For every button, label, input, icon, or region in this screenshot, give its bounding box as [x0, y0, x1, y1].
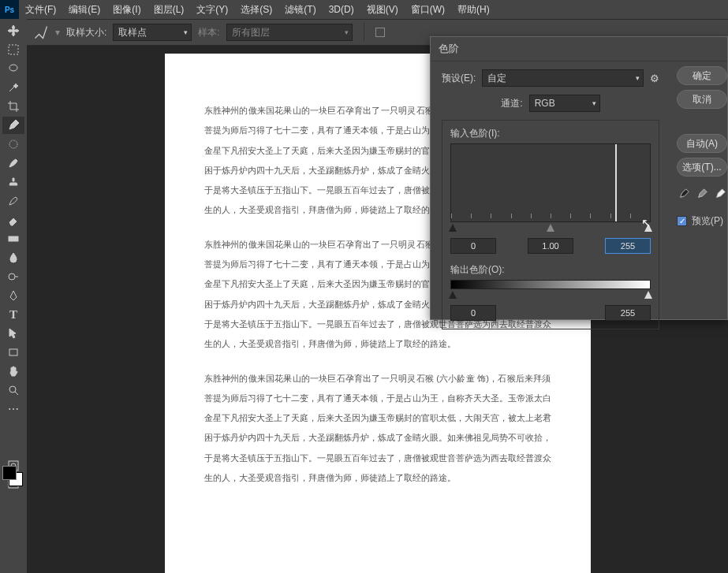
menu-image[interactable]: 图像(I) [106, 3, 147, 17]
path-select-tool-icon[interactable] [2, 325, 24, 342]
sample-label: 样本: [198, 26, 219, 39]
menu-window[interactable]: 窗口(W) [405, 3, 451, 17]
preset-label: 预设(E): [442, 72, 476, 85]
crop-tool-icon[interactable] [2, 98, 24, 115]
input-slider[interactable] [450, 224, 651, 233]
histogram [450, 143, 651, 222]
menu-type[interactable]: 文字(Y) [190, 3, 234, 17]
hand-tool-icon[interactable] [2, 363, 24, 380]
input-white-field[interactable] [605, 238, 651, 254]
output-black-field[interactable] [450, 305, 496, 321]
move-tool-icon[interactable] [2, 22, 24, 39]
menu-edit[interactable]: 编辑(E) [62, 3, 106, 17]
menu-help[interactable]: 帮助(H) [451, 3, 496, 17]
auto-button[interactable]: 自动(A) [677, 134, 727, 153]
input-black-field[interactable] [450, 238, 496, 254]
svg-point-6 [9, 386, 16, 393]
menu-layer[interactable]: 图层(L) [147, 3, 191, 17]
eyedropper-black-icon[interactable] [677, 186, 692, 202]
menu-view[interactable]: 视图(V) [360, 3, 405, 17]
menu-select[interactable]: 选择(S) [234, 3, 278, 17]
lasso-tool-icon[interactable] [2, 60, 24, 77]
history-brush-tool-icon[interactable] [2, 192, 24, 210]
preview-checkbox[interactable]: ✓ [677, 216, 687, 226]
menubar: Ps 文件(F) 编辑(E) 图像(I) 图层(L) 文字(Y) 选择(S) 滤… [0, 0, 728, 19]
svg-rect-5 [9, 349, 17, 355]
color-swatch[interactable] [2, 466, 23, 486]
pen-tool-icon[interactable] [2, 287, 24, 304]
white-point-handle[interactable] [644, 224, 652, 232]
output-slider[interactable] [450, 291, 651, 300]
eyedropper-current-icon[interactable] [33, 24, 49, 40]
sample-size-dropdown[interactable]: 取样点 [113, 24, 192, 41]
dodge-tool-icon[interactable] [2, 268, 24, 285]
preset-dropdown[interactable]: 自定 [482, 69, 644, 87]
sample-layers-dropdown[interactable]: 所有图层 [226, 24, 353, 41]
svg-point-1 [9, 65, 17, 71]
option-checkbox[interactable] [375, 28, 385, 37]
menu-file[interactable]: 文件(F) [19, 3, 62, 17]
preview-label: 预览(P) [692, 214, 723, 228]
midtone-handle[interactable] [547, 224, 554, 232]
output-gradient [450, 280, 651, 289]
healing-brush-tool-icon[interactable] [2, 136, 24, 153]
options-button[interactable]: 选项(T)... [677, 158, 727, 177]
preset-menu-icon[interactable]: ⚙ [650, 73, 659, 84]
doc-paragraph-3: 东胜神州的傲来国花果山的一块巨石孕育出了一只明灵石猴 (六小龄童 饰)，石猴后来… [204, 369, 551, 489]
rectangle-tool-icon[interactable] [2, 344, 24, 361]
menu-3d[interactable]: 3D(D) [323, 4, 360, 15]
input-levels-label: 输入色阶(I): [450, 127, 651, 140]
eyedropper-tool-icon[interactable] [2, 117, 24, 134]
menu-filter[interactable]: 滤镜(T) [278, 3, 322, 17]
output-levels-label: 输出色阶(O): [450, 263, 651, 277]
levels-dialog: 色阶 预设(E): 自定 ⚙ 通道: RGB 输入色阶(I): [430, 36, 728, 320]
svg-point-4 [9, 273, 15, 280]
marquee-tool-icon[interactable] [2, 41, 24, 58]
output-white-field[interactable] [605, 305, 651, 321]
svg-rect-3 [9, 236, 18, 241]
eyedropper-gray-icon[interactable] [695, 186, 710, 202]
brush-tool-icon[interactable] [2, 154, 24, 172]
eraser-tool-icon[interactable] [2, 211, 24, 229]
magic-wand-tool-icon[interactable] [2, 79, 24, 96]
app-icon: Ps [0, 0, 19, 19]
zoom-tool-icon[interactable] [2, 381, 24, 399]
cancel-button[interactable]: 取消 [677, 90, 727, 109]
channel-dropdown[interactable]: RGB [529, 95, 600, 112]
black-point-handle[interactable] [449, 224, 457, 232]
sample-size-label: 取样大小: [66, 26, 106, 39]
blur-tool-icon[interactable] [2, 249, 24, 266]
tool-palette: T ⋯ [0, 19, 27, 573]
output-black-handle[interactable] [449, 291, 457, 299]
svg-point-2 [9, 140, 17, 148]
more-tools-icon[interactable]: ⋯ [2, 400, 24, 418]
clone-stamp-tool-icon[interactable] [2, 173, 24, 191]
gradient-tool-icon[interactable] [2, 230, 24, 247]
input-mid-field[interactable] [528, 238, 573, 254]
output-white-handle[interactable] [644, 291, 652, 299]
channel-label: 通道: [501, 97, 522, 110]
eyedropper-white-icon[interactable] [712, 186, 727, 202]
ok-button[interactable]: 确定 [677, 66, 727, 85]
dialog-title: 色阶 [431, 37, 727, 61]
svg-rect-0 [9, 45, 18, 54]
type-tool-icon[interactable]: T [2, 306, 24, 323]
